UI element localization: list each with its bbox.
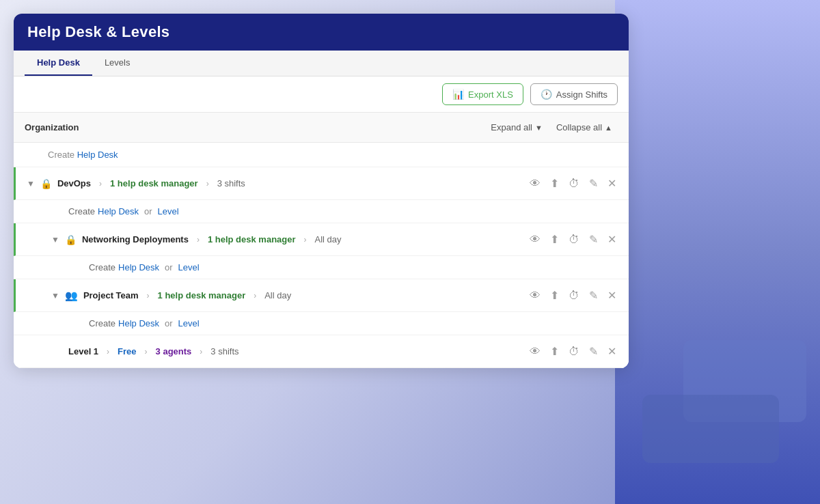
project-team-clock-icon[interactable]: ⏱ xyxy=(567,288,581,303)
level1-clock-icon[interactable]: ⏱ xyxy=(567,344,581,359)
devops-close-icon[interactable]: ✕ xyxy=(606,176,618,191)
devops-edit-icon[interactable]: ✎ xyxy=(588,176,599,191)
networking-manager-badge[interactable]: 1 help desk manager xyxy=(208,234,296,244)
level1-name: Level 1 xyxy=(68,346,98,356)
networking-row: ▼ 🔒 Networking Deployments › 1 help desk… xyxy=(14,223,629,256)
level1-actions: 👁 ⬆ ⏱ ✎ ✕ xyxy=(528,344,618,359)
level1-row: Level 1 › Free › 3 agents › 3 shifts 👁 ⬆… xyxy=(14,335,629,368)
networking-close-icon[interactable]: ✕ xyxy=(606,232,618,247)
project-team-shifts: All day xyxy=(264,290,291,300)
tab-levels[interactable]: Levels xyxy=(92,51,143,76)
devops-actions: 👁 ⬆ ⏱ ✎ ✕ xyxy=(528,176,618,191)
tab-help-desk[interactable]: Help Desk xyxy=(25,51,92,76)
collapse-all-button[interactable]: Collapse all ▲ xyxy=(551,120,618,135)
devops-shifts: 3 shifts xyxy=(217,178,245,188)
toolbar: 📊 Export XLS 🕐 Assign Shifts xyxy=(14,76,629,112)
create-sub-2-row: Create Help Desk or Level xyxy=(14,256,629,279)
level1-eye-icon[interactable]: 👁 xyxy=(528,344,542,359)
rows-container: Create Help Desk ▼ 🔒 DevOps › 1 help des… xyxy=(14,143,629,368)
create-level-sub3-link[interactable]: Level xyxy=(178,318,200,328)
level1-upload-icon[interactable]: ⬆ xyxy=(549,344,560,359)
devops-eye-icon[interactable]: 👁 xyxy=(528,176,542,191)
table-header-actions: Expand all ▼ Collapse all ▲ xyxy=(485,120,618,135)
create-helpdesk-sub3-link[interactable]: Help Desk xyxy=(118,318,159,328)
project-team-manager-badge[interactable]: 1 help desk manager xyxy=(158,290,246,300)
project-team-close-icon[interactable]: ✕ xyxy=(606,288,618,303)
project-team-name: Project Team xyxy=(83,290,139,300)
create-sub-3-row: Create Help Desk or Level xyxy=(14,312,629,335)
devops-clock-icon[interactable]: ⏱ xyxy=(567,176,581,191)
networking-actions: 👁 ⬆ ⏱ ✎ ✕ xyxy=(528,232,618,247)
networking-chevron-icon[interactable]: ▼ xyxy=(51,235,59,244)
create-sub-1-row: Create Help Desk or Level xyxy=(14,200,629,223)
create-helpdesk-sub2-link[interactable]: Help Desk xyxy=(118,262,159,272)
project-team-edit-icon[interactable]: ✎ xyxy=(588,288,599,303)
level1-free-badge[interactable]: Free xyxy=(118,346,136,356)
table-header: Organization Expand all ▼ Collapse all ▲ xyxy=(14,112,629,143)
networking-eye-icon[interactable]: 👁 xyxy=(528,232,542,247)
assign-shifts-button[interactable]: 🕐 Assign Shifts xyxy=(530,83,618,105)
project-team-upload-icon[interactable]: ⬆ xyxy=(549,288,560,303)
chevron-up-icon: ▲ xyxy=(605,124,612,132)
devops-lock-icon: 🔒 xyxy=(40,178,52,189)
level1-shifts: 3 shifts xyxy=(210,346,238,356)
level1-edit-icon[interactable]: ✎ xyxy=(588,344,599,359)
project-team-group-icon: 👥 xyxy=(65,290,78,302)
level1-close-icon[interactable]: ✕ xyxy=(606,344,618,359)
org-column-header: Organization xyxy=(25,122,485,132)
level1-agents-badge[interactable]: 3 agents xyxy=(156,346,192,356)
devops-name: DevOps xyxy=(57,178,91,188)
export-xls-button[interactable]: 📊 Export XLS xyxy=(442,83,523,105)
excel-icon: 📊 xyxy=(452,89,464,100)
project-team-actions: 👁 ⬆ ⏱ ✎ ✕ xyxy=(528,288,618,303)
networking-name: Networking Deployments xyxy=(82,234,189,244)
networking-shifts: All day xyxy=(315,234,342,244)
devops-row: ▼ 🔒 DevOps › 1 help desk manager › 3 shi… xyxy=(14,167,629,200)
expand-all-button[interactable]: Expand all ▼ xyxy=(485,120,548,135)
panel-title: Help Desk & Levels xyxy=(27,23,169,41)
chevron-down-icon: ▼ xyxy=(535,124,543,132)
create-level-sub1-link[interactable]: Level xyxy=(158,206,179,216)
networking-clock-icon[interactable]: ⏱ xyxy=(567,232,581,247)
main-panel: Help Desk & Levels Help Desk Levels 📊 Ex… xyxy=(14,14,629,368)
create-helpdesk-sub1-link[interactable]: Help Desk xyxy=(98,206,139,216)
create-level-sub2-link[interactable]: Level xyxy=(178,262,200,272)
project-team-row: ▼ 👥 Project Team › 1 help desk manager ›… xyxy=(14,279,629,312)
create-help-desk-row: Create Help Desk xyxy=(14,143,629,167)
project-team-chevron-icon[interactable]: ▼ xyxy=(51,291,59,300)
networking-upload-icon[interactable]: ⬆ xyxy=(549,232,560,247)
create-help-desk-link[interactable]: Help Desk xyxy=(77,150,118,160)
devops-manager-badge[interactable]: 1 help desk manager xyxy=(110,178,198,188)
project-team-eye-icon[interactable]: 👁 xyxy=(528,288,542,303)
clock-icon: 🕐 xyxy=(541,89,552,100)
devops-chevron-icon[interactable]: ▼ xyxy=(27,179,35,188)
networking-lock-icon: 🔒 xyxy=(65,234,77,245)
tab-bar: Help Desk Levels xyxy=(14,51,629,76)
panel-header: Help Desk & Levels xyxy=(14,14,629,51)
devops-upload-icon[interactable]: ⬆ xyxy=(549,176,560,191)
networking-edit-icon[interactable]: ✎ xyxy=(588,232,599,247)
